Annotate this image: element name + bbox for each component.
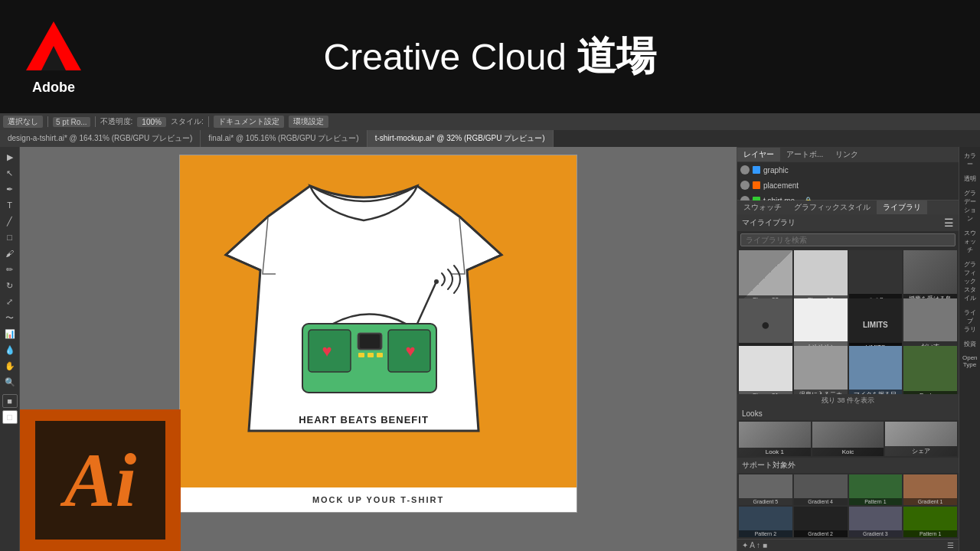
support-item-0[interactable]: Gradient 5	[739, 474, 792, 505]
eyedropper-tool[interactable]: 💧	[2, 343, 18, 357]
direct-select-tool[interactable]: ↖	[2, 166, 18, 180]
tab-layers[interactable]: レイヤー	[737, 148, 780, 161]
looks-grid: Look 1 Koic シェア	[737, 420, 959, 458]
opacity-value[interactable]: 100%	[137, 117, 166, 127]
layer-row-1[interactable]: placement	[737, 178, 959, 193]
stroke-color[interactable]: □	[2, 410, 18, 424]
layer-color-1	[753, 181, 760, 189]
fr-opacity[interactable]: 透明	[961, 173, 978, 184]
lib-item-daisu[interactable]: だいす	[903, 298, 957, 352]
lib-item-onsen-label: 温泉に入る二ホ	[794, 390, 848, 394]
layer-row-0[interactable]: graphic	[737, 162, 959, 178]
fr-investment[interactable]: 投資	[961, 338, 978, 350]
ai-watermark: Ai	[20, 409, 181, 551]
lib-footer-menu[interactable]: ☰	[947, 541, 954, 549]
support-item-3[interactable]: Gradient 1	[903, 474, 957, 505]
lib-header: マイライブラリ ☰	[737, 214, 959, 231]
lib-item-limits[interactable]: LIMITS LIMITS	[849, 298, 903, 352]
type-tool[interactable]: T	[2, 198, 18, 212]
scale-tool[interactable]: ⤢	[2, 295, 18, 308]
fr-opentype[interactable]: OpenType	[961, 353, 978, 370]
lib-item-panda[interactable]: いいいい	[794, 298, 848, 352]
fr-graphic-style[interactable]: グラフィックスタイル	[961, 259, 978, 304]
lib-item-limits-text: LIMITS	[863, 321, 888, 329]
support-item-7[interactable]: Pattern 1	[903, 507, 957, 537]
lib-item-onsen[interactable]: 温泉に入る二ホ	[794, 346, 848, 394]
fr-swatches[interactable]: スウォッチ	[961, 227, 978, 256]
tab-2[interactable]: t-shirt-mockup.ai* @ 32% (RGB/GPU プレビュー)	[368, 130, 554, 147]
doc-setup-button[interactable]: ドキュメント設定	[214, 116, 284, 128]
hand-tool[interactable]: ✋	[2, 359, 18, 373]
zoom-tool[interactable]: 🔍	[2, 375, 18, 389]
paintbrush-tool[interactable]: 🖌	[2, 246, 18, 260]
support-item-0-label: Gradient 5	[739, 498, 792, 505]
adobe-label: Adobe	[32, 80, 75, 96]
banner-title: Creative Cloud 道場	[324, 30, 657, 83]
support-item-1[interactable]: Gradient 4	[794, 474, 848, 505]
tab-graphic-style[interactable]: グラフィックスタイル	[788, 201, 877, 214]
svg-rect-10	[368, 353, 374, 357]
tab-0[interactable]: design-a-tshirt.ai* @ 164.31% (RGB/GPU プ…	[0, 130, 201, 147]
lib-menu-button[interactable]: ☰	[944, 217, 954, 229]
lib-item-tsupp[interactable]: っっp	[849, 250, 903, 304]
lib-item-ecology-label: Ecology	[903, 391, 957, 394]
lib-item-shape21[interactable]: Shape 21	[739, 346, 792, 394]
tab-library[interactable]: ライブラリ	[877, 201, 927, 214]
fr-gradient[interactable]: グラデーション	[961, 187, 978, 224]
support-section-title: サポート対象外	[737, 458, 959, 473]
looks-item-2-label: シェア	[885, 446, 957, 456]
layers-panel: レイヤー アートボ... リンク graphic placement t shi…	[737, 147, 959, 201]
rectangle-tool[interactable]: □	[2, 230, 18, 244]
lib-item-jugyou[interactable]: 授業を受ける鳥	[903, 250, 957, 304]
support-item-7-label: Pattern 1	[903, 530, 957, 537]
stroke-indicator[interactable]: 5 pt Ro...	[53, 117, 90, 127]
lib-item-mike[interactable]: マイクを握る日	[849, 346, 903, 394]
lib-header-title: マイライブラリ	[742, 217, 795, 228]
tab-artboard[interactable]: アートボ...	[780, 148, 829, 161]
support-item-5[interactable]: Gradient 2	[794, 507, 848, 537]
adobe-logo: Adobe	[23, 15, 84, 96]
lib-more-button[interactable]: 残り 38 件を表示	[737, 394, 959, 407]
support-item-2[interactable]: Pattern 1	[849, 474, 903, 505]
warp-tool[interactable]: 〜	[2, 311, 18, 324]
lib-item-shape22[interactable]: Shape 22	[794, 250, 848, 304]
support-item-4[interactable]: Pattern 2	[739, 507, 792, 537]
select-tool[interactable]: ▶	[2, 150, 18, 164]
adobe-logo-icon	[23, 15, 84, 77]
tab-swatches[interactable]: スウォッチ	[737, 201, 788, 214]
pencil-tool[interactable]: ✏	[2, 262, 18, 276]
lib-item-dot[interactable]: ● ●	[739, 298, 792, 352]
fr-color[interactable]: カラー	[961, 150, 978, 170]
lib-item-ecology[interactable]: Ecology	[903, 346, 957, 394]
rotate-tool[interactable]: ↻	[2, 279, 18, 292]
looks-item-1[interactable]: Koic	[812, 422, 884, 456]
tab-bar: design-a-tshirt.ai* @ 164.31% (RGB/GPU プ…	[0, 130, 980, 147]
layer-eye-0[interactable]	[740, 165, 750, 174]
looks-item-2[interactable]: シェア	[885, 422, 957, 456]
tab-links[interactable]: リンク	[829, 148, 864, 161]
lib-footer: ✦ A ↑ ■ ☰	[737, 539, 959, 551]
fill-color[interactable]: ■	[2, 394, 18, 408]
pen-tool[interactable]: ✒	[2, 182, 18, 196]
fr-library[interactable]: ライブラリ	[961, 307, 978, 335]
looks-item-0-label: Look 1	[739, 448, 811, 456]
tab-1[interactable]: final.ai* @ 105.16% (RGB/GPU プレビュー)	[201, 130, 367, 147]
layer-name-0: graphic	[763, 166, 789, 174]
env-setup-button[interactable]: 環境設定	[289, 116, 328, 128]
support-item-6[interactable]: Gradient 3	[849, 507, 903, 537]
lib-search-input[interactable]	[740, 233, 956, 246]
lib-item-shape23[interactable]: Shape 23	[739, 250, 792, 304]
svg-rect-11	[377, 353, 383, 357]
line-tool[interactable]: ╱	[2, 214, 18, 228]
tshirt-illustration: ♥ ♥	[203, 171, 524, 461]
selection-indicator: 選択なし	[3, 116, 43, 128]
svg-rect-9	[358, 353, 364, 357]
lib-footer-icons: ✦ A ↑ ■	[742, 541, 767, 549]
layer-eye-1[interactable]	[740, 181, 750, 190]
banner-title-prefix: Creative Cloud	[324, 37, 577, 77]
svg-text:HEART BEATS BENEFIT: HEART BEATS BENEFIT	[299, 414, 429, 425]
lib-items-grid: Shape 23 Shape 22 っっp 授業を受ける鳥 ● ● いいいい	[737, 249, 959, 394]
support-item-2-label: Pattern 1	[849, 498, 903, 505]
looks-item-0[interactable]: Look 1	[739, 422, 811, 456]
graph-tool[interactable]: 📊	[2, 327, 18, 341]
